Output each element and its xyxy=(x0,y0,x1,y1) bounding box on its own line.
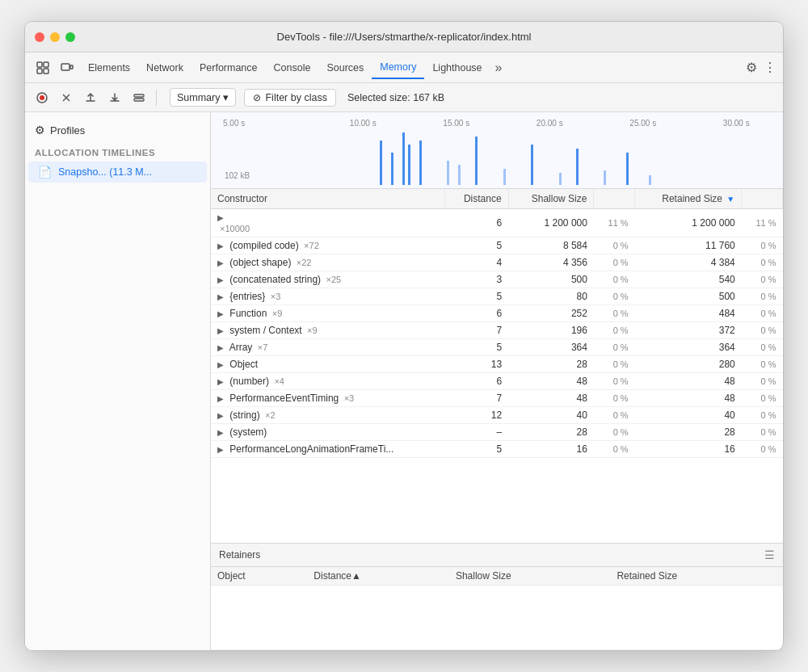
cell-shallow: 28 xyxy=(508,356,594,373)
table-row[interactable]: ▶ (number) ×4 6 48 0 % 48 0 % xyxy=(211,373,783,390)
expand-icon[interactable]: ▶ xyxy=(217,377,224,386)
cell-constructor: ▶ (string) ×2 xyxy=(211,407,444,424)
profiles-header: ⚙ Profiles xyxy=(25,119,210,141)
cell-retained: 484 xyxy=(635,305,742,322)
cell-constructor: ▶ (number) ×4 xyxy=(211,373,444,390)
constructor-name: Array xyxy=(229,342,253,353)
expand-icon[interactable]: ▶ xyxy=(217,258,224,267)
retainers-header: Retainers ☰ xyxy=(211,543,783,567)
cell-distance: 5 xyxy=(444,441,508,458)
profiles-label: Profiles xyxy=(50,124,85,136)
retainers-menu-icon[interactable]: ☰ xyxy=(764,548,775,561)
constructor-name: PerformanceLongAnimationFrameTi... xyxy=(229,443,393,455)
constructor-name: PerformanceEventTiming xyxy=(229,393,339,404)
record-icon[interactable] xyxy=(32,87,53,108)
table-row[interactable]: ▶ {entries} ×3 5 80 0 % 500 0 % xyxy=(211,288,783,305)
filter-by-class-button[interactable]: ⊘ Filter by class xyxy=(244,89,335,107)
cell-shallow: 8 584 xyxy=(508,237,594,254)
cell-constructor: ▶ PerformanceEventTiming ×3 xyxy=(211,390,444,407)
expand-icon[interactable]: ▶ xyxy=(217,394,224,403)
cell-retained: 1 200 000 xyxy=(635,209,742,237)
table-row[interactable]: ▶ (string) ×2 12 40 0 % 40 0 % xyxy=(211,407,783,424)
expand-icon[interactable]: ▶ xyxy=(217,326,224,335)
expand-icon[interactable]: ▶ xyxy=(217,360,224,369)
tab-network[interactable]: Network xyxy=(138,57,191,78)
ret-col-shallow[interactable]: Shallow Size xyxy=(449,567,610,586)
constructor-name: system / Context xyxy=(229,325,301,336)
inspect-icon[interactable] xyxy=(32,57,54,79)
col-constructor[interactable]: Constructor xyxy=(211,189,444,209)
filter-label: Filter by class xyxy=(265,92,326,103)
cell-shallow: 16 xyxy=(508,441,594,458)
minimize-button[interactable] xyxy=(50,32,60,42)
expand-icon[interactable]: ▶ xyxy=(217,411,224,420)
table-row[interactable]: ▶ Function ×9 6 252 0 % 484 0 % xyxy=(211,305,783,322)
svg-rect-0 xyxy=(37,62,42,67)
cell-distance: 5 xyxy=(444,237,508,254)
summary-dropdown[interactable]: Summary ▾ xyxy=(170,88,236,107)
upload-icon[interactable] xyxy=(80,87,101,108)
table-row[interactable]: ▶ Array ×7 5 364 0 % 364 0 % xyxy=(211,339,783,356)
cell-shallow: 80 xyxy=(508,288,594,305)
timeline[interactable]: 5.00 s 10.00 s 15.00 s 20.00 s 25.00 s 3… xyxy=(211,112,783,189)
clear-icon[interactable] xyxy=(56,87,77,108)
constructor-name: (string) xyxy=(229,410,259,421)
tab-performance[interactable]: Performance xyxy=(191,57,266,78)
table-row[interactable]: ▶ (object shape) ×22 4 4 356 0 % 4 384 0… xyxy=(211,254,783,271)
ret-col-object[interactable]: Object xyxy=(211,567,307,586)
table-row[interactable]: ▶ ×10000 6 1 200 000 11 % 1 200 000 11 % xyxy=(211,209,783,237)
table-row[interactable]: ▶ (concatenated string) ×25 3 500 0 % 54… xyxy=(211,271,783,288)
ret-col-retained[interactable]: Retained Size xyxy=(610,567,783,586)
expand-icon[interactable]: ▶ xyxy=(217,343,224,352)
cell-constructor: ▶ (system) xyxy=(211,424,444,441)
col-shallow-size[interactable]: Shallow Size xyxy=(508,189,594,209)
more-options-icon[interactable]: ⋮ xyxy=(764,60,776,75)
constructor-table-container[interactable]: Constructor Distance Shallow Size Retain… xyxy=(211,189,783,543)
cell-shallow-pct: 0 % xyxy=(594,271,635,288)
heap-icon[interactable] xyxy=(128,87,149,108)
table-row[interactable]: ▶ (system) – 28 0 % 28 0 % xyxy=(211,424,783,441)
table-row[interactable]: ▶ Object 13 28 0 % 280 0 % xyxy=(211,356,783,373)
cell-retained-pct: 0 % xyxy=(742,441,783,458)
cell-shallow-pct: 11 % xyxy=(594,209,635,237)
download-icon[interactable] xyxy=(104,87,125,108)
tab-console[interactable]: Console xyxy=(266,57,319,78)
tab-lighthouse[interactable]: Lighthouse xyxy=(424,57,490,78)
cell-retained-pct: 0 % xyxy=(742,305,783,322)
settings-icon[interactable]: ⚙ xyxy=(746,60,757,75)
table-row[interactable]: ▶ PerformanceEventTiming ×3 7 48 0 % 48 … xyxy=(211,390,783,407)
cell-retained: 28 xyxy=(635,424,742,441)
count-badge: ×9 xyxy=(305,326,318,335)
ret-col-distance[interactable]: Distance▲ xyxy=(307,567,449,586)
expand-icon[interactable]: ▶ xyxy=(217,428,224,437)
expand-icon[interactable]: ▶ xyxy=(217,242,224,250)
snapshot-item[interactable]: 📄 Snapsho... (11.3 M... xyxy=(28,162,207,183)
constructor-name: (number) xyxy=(229,376,269,387)
retainers-table: Object Distance▲ Shallow Size Retained S… xyxy=(211,567,783,650)
cell-distance: 6 xyxy=(444,373,508,390)
col-distance[interactable]: Distance xyxy=(444,189,508,209)
constructor-table: Constructor Distance Shallow Size Retain… xyxy=(211,189,783,458)
close-button[interactable] xyxy=(35,32,44,42)
expand-icon[interactable]: ▶ xyxy=(217,309,224,318)
cell-shallow: 40 xyxy=(508,407,594,424)
more-tabs-icon[interactable]: » xyxy=(490,57,507,78)
sidebar: ⚙ Profiles Allocation timelines 📄 Snapsh… xyxy=(25,112,211,650)
expand-icon[interactable]: ▶ xyxy=(217,445,224,454)
expand-icon[interactable]: ▶ xyxy=(217,275,224,284)
cell-distance: 4 xyxy=(444,254,508,271)
table-row[interactable]: ▶ system / Context ×9 7 196 0 % 372 0 % xyxy=(211,322,783,339)
count-badge: ×2 xyxy=(263,410,276,420)
table-row[interactable]: ▶ (compiled code) ×72 5 8 584 0 % 11 760… xyxy=(211,237,783,254)
tab-memory[interactable]: Memory xyxy=(372,57,424,79)
device-icon[interactable] xyxy=(56,57,78,79)
table-row[interactable]: ▶ PerformanceLongAnimationFrameTi... 5 1… xyxy=(211,441,783,458)
col-retained-size[interactable]: Retained Size ▼ xyxy=(635,189,742,209)
tab-sources[interactable]: Sources xyxy=(318,57,372,78)
maximize-button[interactable] xyxy=(65,32,75,42)
tab-elements[interactable]: Elements xyxy=(80,57,138,78)
expand-icon[interactable]: ▶ xyxy=(217,292,224,301)
cell-shallow: 4 356 xyxy=(508,254,594,271)
expand-icon[interactable]: ▶ xyxy=(217,213,224,222)
tab-bar: Elements Network Performance Console Sou… xyxy=(25,52,783,83)
